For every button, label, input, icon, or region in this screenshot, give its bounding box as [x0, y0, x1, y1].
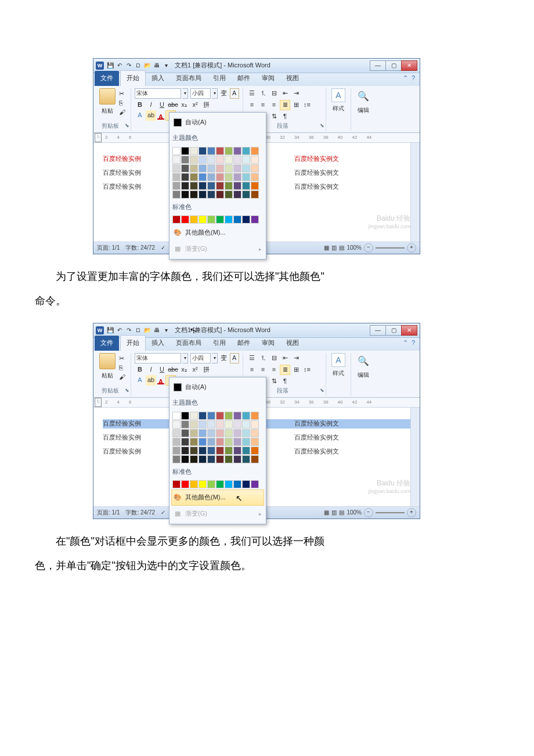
color-swatch[interactable]: [181, 455, 189, 463]
color-swatch[interactable]: [207, 147, 215, 155]
zoom-out-button[interactable]: −: [364, 243, 373, 253]
font-name-selector[interactable]: 宋体: [135, 353, 181, 363]
color-swatch[interactable]: [207, 190, 215, 199]
color-swatch[interactable]: [233, 412, 241, 420]
color-swatch[interactable]: [242, 429, 250, 437]
clipboard-launcher-icon[interactable]: ⬊: [125, 386, 129, 396]
minimize-button[interactable]: —: [370, 60, 386, 71]
redo-icon[interactable]: ↷: [125, 326, 133, 334]
color-swatch[interactable]: [190, 182, 198, 190]
align-right-icon[interactable]: ≡: [269, 100, 279, 110]
tab-file[interactable]: 文件: [95, 336, 119, 351]
color-swatch[interactable]: [190, 447, 198, 455]
color-swatch[interactable]: [233, 429, 241, 437]
color-swatch[interactable]: [190, 412, 198, 420]
color-swatch[interactable]: [251, 173, 259, 181]
color-swatch[interactable]: [216, 455, 224, 463]
color-swatch[interactable]: [199, 190, 207, 199]
color-swatch[interactable]: [199, 447, 207, 455]
color-swatch[interactable]: [216, 480, 224, 488]
vertical-scrollbar[interactable]: [410, 408, 420, 506]
styles-button[interactable]: 样式: [330, 353, 347, 379]
color-swatch[interactable]: [181, 147, 189, 155]
tab-view[interactable]: 视图: [280, 336, 305, 351]
color-swatch[interactable]: [207, 412, 215, 420]
status-words[interactable]: 字数: 24/72: [125, 243, 155, 253]
color-swatch[interactable]: [199, 164, 207, 172]
qat-more-icon[interactable]: ▾: [162, 326, 170, 334]
tab-selector-icon[interactable]: └: [95, 133, 102, 142]
color-swatch[interactable]: [233, 420, 241, 429]
italic-button[interactable]: I: [146, 100, 156, 110]
color-swatch[interactable]: [225, 438, 233, 446]
color-swatch[interactable]: [181, 164, 189, 172]
color-swatch[interactable]: [225, 455, 233, 463]
view-read-icon[interactable]: ▥: [331, 243, 337, 253]
copy-icon[interactable]: ⎘: [119, 98, 127, 106]
color-swatch[interactable]: [181, 447, 189, 455]
color-swatch[interactable]: [251, 455, 259, 463]
color-swatch[interactable]: [172, 447, 181, 455]
color-swatch[interactable]: [233, 215, 241, 224]
decrease-indent-icon[interactable]: ⇤: [280, 353, 290, 363]
color-swatch[interactable]: [242, 447, 250, 455]
color-swatch[interactable]: [181, 173, 189, 181]
color-swatch[interactable]: [181, 438, 189, 446]
close-button[interactable]: ✕: [401, 325, 417, 336]
new-icon[interactable]: 🗋: [134, 62, 142, 70]
color-swatch[interactable]: [251, 438, 259, 446]
phonetic-guide-icon[interactable]: 拼: [201, 100, 211, 110]
justify-icon[interactable]: ≣: [280, 365, 290, 375]
color-swatch[interactable]: [216, 156, 224, 164]
color-swatch[interactable]: [251, 447, 259, 455]
font-size-selector[interactable]: 小四: [190, 88, 211, 99]
color-swatch[interactable]: [216, 215, 224, 224]
font-size-selector[interactable]: 小四: [190, 353, 211, 363]
cut-icon[interactable]: ✂: [119, 88, 127, 96]
color-swatch[interactable]: [233, 147, 241, 155]
help-icon[interactable]: ?: [412, 73, 415, 84]
font-size-dropdown-icon[interactable]: ▾: [212, 353, 218, 363]
paragraph-launcher-icon[interactable]: ⬊: [320, 121, 324, 131]
color-swatch[interactable]: [242, 173, 250, 181]
view-web-icon[interactable]: ▤: [339, 243, 344, 253]
color-swatch[interactable]: [233, 156, 241, 164]
qat-more-icon[interactable]: ▾: [162, 62, 170, 70]
color-swatch[interactable]: [172, 438, 181, 446]
color-swatch[interactable]: [181, 412, 189, 420]
color-swatch[interactable]: [172, 147, 181, 155]
color-swatch[interactable]: [242, 480, 250, 488]
color-swatch[interactable]: [190, 438, 198, 446]
subscript-button[interactable]: x₂: [179, 365, 189, 375]
distribute-icon[interactable]: ⊞: [291, 100, 301, 110]
color-swatch[interactable]: [190, 156, 198, 164]
color-swatch[interactable]: [199, 412, 207, 420]
color-swatch[interactable]: [233, 447, 241, 455]
tab-insert[interactable]: 插入: [146, 336, 170, 351]
color-swatch[interactable]: [199, 173, 207, 181]
tab-mailings[interactable]: 邮件: [232, 336, 256, 351]
zoom-level[interactable]: 100%: [347, 507, 362, 518]
strikethrough-button[interactable]: abc: [168, 100, 178, 110]
color-swatch[interactable]: [172, 429, 181, 437]
color-swatch[interactable]: [172, 215, 181, 224]
color-swatch[interactable]: [207, 173, 215, 181]
color-swatch[interactable]: [172, 190, 181, 199]
color-swatch[interactable]: [242, 438, 250, 446]
color-swatch[interactable]: [216, 164, 224, 172]
color-swatch[interactable]: [190, 429, 198, 437]
format-painter-icon[interactable]: 🖌: [119, 107, 127, 115]
print-icon[interactable]: 🖶: [153, 326, 161, 334]
line-spacing-icon[interactable]: ↕≡: [302, 365, 312, 375]
decrease-indent-icon[interactable]: ⇤: [280, 88, 290, 99]
color-swatch[interactable]: [199, 156, 207, 164]
color-swatch[interactable]: [216, 173, 224, 181]
zoom-slider[interactable]: [376, 247, 405, 249]
justify-icon[interactable]: ≣: [280, 100, 290, 110]
color-swatch[interactable]: [207, 447, 215, 455]
change-case-icon[interactable]: 变: [219, 353, 228, 363]
color-swatch[interactable]: [172, 182, 181, 190]
tab-references[interactable]: 引用: [207, 71, 232, 86]
superscript-button[interactable]: x²: [190, 100, 200, 110]
font-name-selector[interactable]: 宋体: [135, 88, 181, 99]
